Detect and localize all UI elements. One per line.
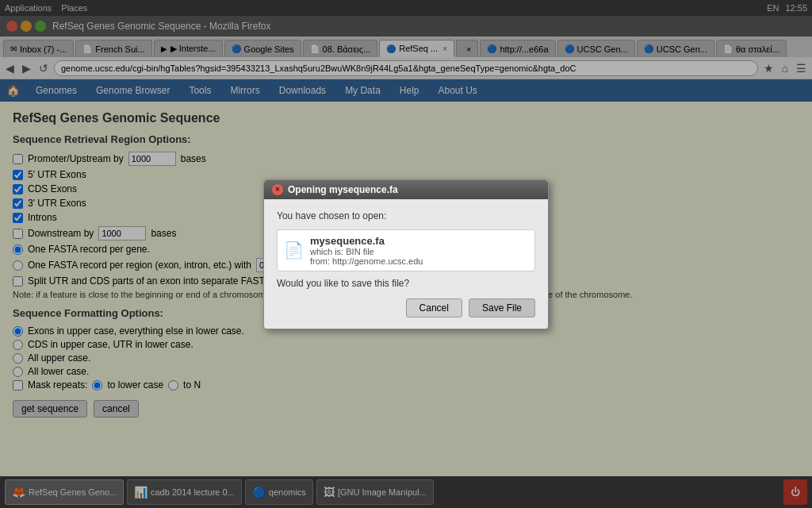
dialog-close-button[interactable]: × (272, 184, 283, 195)
file-type: which is: BIN file (310, 247, 423, 256)
dialog-file-row: 📄 mysequence.fa which is: BIN file from:… (277, 229, 535, 271)
dialog-cancel-button[interactable]: Cancel (406, 298, 462, 318)
dialog-save-button[interactable]: Save File (469, 298, 535, 318)
dialog-title: Opening mysequence.fa (288, 184, 398, 195)
file-from: from: http://genome.ucsc.edu (310, 256, 423, 266)
dialog-intro-text: You have chosen to open: (277, 210, 535, 221)
dialog-buttons: Cancel Save File (277, 298, 535, 318)
dialog-overlay: × Opening mysequence.fa You have chosen … (0, 0, 812, 508)
dialog-body: You have chosen to open: 📄 mysequence.fa… (264, 199, 548, 329)
dialog-question: Would you like to save this file? (277, 278, 535, 289)
dialog-titlebar: × Opening mysequence.fa (264, 180, 548, 199)
file-info: mysequence.fa which is: BIN file from: h… (310, 235, 423, 266)
file-icon: 📄 (284, 241, 304, 260)
file-name: mysequence.fa (310, 235, 423, 247)
open-file-dialog: × Opening mysequence.fa You have chosen … (263, 179, 549, 329)
